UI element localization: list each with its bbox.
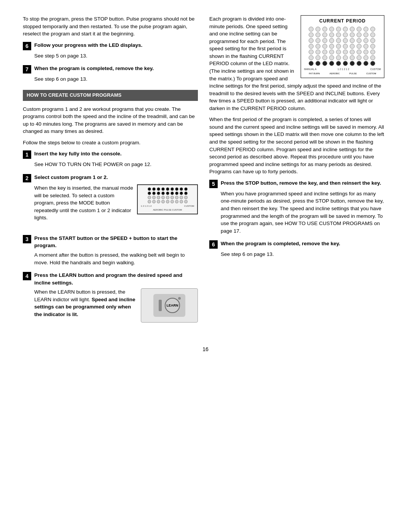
- learn-indicator: [159, 300, 162, 311]
- section-header-custom-programs: HOW TO CREATE CUSTOM PROGRAMS: [23, 90, 198, 101]
- right-step-6-block: 6 When the program is completed, remove …: [209, 240, 384, 258]
- right-step-6-title: When the program is completed, remove th…: [221, 240, 340, 248]
- custom-step-1-title: Insert the key fully into the console.: [34, 150, 122, 158]
- custom-step-3-body: A moment after the button is pressed, th…: [34, 251, 198, 266]
- custom-step-2-number: 2: [23, 174, 31, 182]
- current-period-title: CURRENT PERIOD: [304, 18, 381, 24]
- custom-step-3-number: 3: [23, 235, 31, 243]
- cp-dot-grid: [304, 27, 381, 66]
- custom-step-1-number: 1: [23, 150, 31, 159]
- intro-paragraph-1: To stop the program, press the STOP butt…: [23, 15, 198, 38]
- learn-button-visual: LEARN: [165, 298, 180, 313]
- led-panel-image: 1 2 1 2 1 2 CUSTOM AEROBIC PULSE CUSTOM: [137, 184, 198, 214]
- right-step-5-number: 5: [209, 180, 218, 188]
- right-step-6-body: See step 6 on page 13.: [221, 251, 384, 258]
- custom-step-1-block: 1 Insert the key fully into the console.…: [23, 150, 198, 168]
- custom-step-2-block: 2 Select custom program 1 or 2.: [23, 174, 198, 229]
- step-7-block: 7 When the program is completed, remove …: [23, 65, 198, 83]
- left-column: To stop the program, press the STOP butt…: [23, 15, 198, 334]
- right-intro-para-2: When the first period of the program is …: [209, 116, 384, 176]
- step-7-title: When the program is completed, remove th…: [34, 65, 154, 72]
- step-7-body: See step 6 on page 13.: [34, 75, 198, 83]
- follow-steps-text: Follow the steps below to create a custo…: [23, 139, 198, 147]
- custom-step-2-title: Select custom program 1 or 2.: [34, 174, 108, 181]
- right-step-5-body: When you have programmed speed and incli…: [221, 190, 384, 235]
- step-6-body: See step 5 on page 13.: [34, 52, 198, 60]
- current-period-box: CURRENT PERIOD MANUAL A 1 2 1: [301, 15, 384, 78]
- custom-step-1-body: See HOW TO TURN ON THE POWER on page 12.: [34, 161, 198, 168]
- custom-step-4-number: 4: [23, 272, 31, 280]
- custom-step-4-title: Press the LEARN button and program the d…: [34, 272, 198, 286]
- custom-step-4-block: 4 Press the LEARN button and program the…: [23, 272, 198, 329]
- custom-step-3-title: Press the START button or the SPEED + bu…: [34, 235, 198, 249]
- step-6-block: 6 Follow your progress with the LED disp…: [23, 42, 198, 60]
- step-6-title: Follow your progress with the LED displa…: [34, 42, 142, 49]
- step-6-number: 6: [23, 42, 31, 50]
- cp-bottom-labels: MANUAL A 1 2 1 2 1 2 CUSTOM: [304, 67, 381, 71]
- step-7-number: 7: [23, 65, 31, 73]
- right-step-5-title: Press the STOP button, remove the key, a…: [221, 179, 381, 187]
- custom-step-3-block: 3 Press the START button or the SPEED + …: [23, 235, 198, 266]
- right-step-6-number: 6: [209, 240, 218, 249]
- custom-intro-paragraph: Custom programs 1 and 2 are workout prog…: [23, 105, 198, 135]
- right-column: CURRENT PERIOD MANUAL A 1 2 1: [209, 15, 384, 334]
- cp-bottom-labels2: FAT BURNAEROBICPULSECUSTOM: [304, 72, 381, 75]
- custom-step-4-bold-text: Speed and incline settings can be progra…: [34, 297, 135, 317]
- page-number: 16: [23, 345, 388, 353]
- right-step-5-block: 5 Press the STOP button, remove the key,…: [209, 179, 384, 235]
- learn-button-image: LEARN: [141, 288, 198, 323]
